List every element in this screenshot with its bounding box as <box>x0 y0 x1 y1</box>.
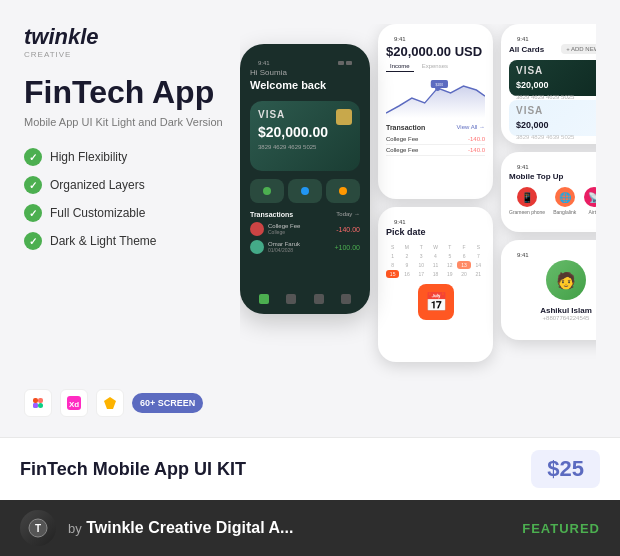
brand-tagline: creative <box>24 50 224 59</box>
action-buttons <box>250 179 360 203</box>
svg-text:T: T <box>35 523 41 534</box>
xd-icon: Xd <box>60 389 88 417</box>
trans-row-2: College Fee -140.0 <box>386 145 485 156</box>
check-icon-4 <box>24 232 42 250</box>
topup-icons: 📱 Grameen phone 🌐 Banglalink <box>509 187 596 215</box>
feature-item-2: Organized Layers <box>24 176 224 194</box>
svg-marker-7 <box>104 397 116 409</box>
transactions-section: Transactions Today → College Fee College <box>250 211 360 254</box>
visa-chip <box>336 109 352 125</box>
phone-mockup-5: 9:41 Mobile Top Up 📱 Grameen phone 🌐 <box>501 152 596 232</box>
card-item-1: VISA $20,000 3829 4629 4629 5025 <box>509 60 596 96</box>
trans-avatar-2 <box>250 240 264 254</box>
trans-item-1: College Fee College -140.00 <box>250 222 360 236</box>
svg-rect-1 <box>38 398 43 403</box>
profile-phone: +8807764224545 <box>509 315 596 321</box>
preview-area: twinkle creative FinTech App Mobile App … <box>0 0 620 437</box>
status-bar-1: 9:41 <box>250 56 360 68</box>
phone-mockup-2: 9:41 $20,000.00 USD Income Expenses <box>378 24 493 199</box>
visa-card: VISA $20,000.00 3829 4629 4629 5025 <box>250 101 360 171</box>
card-item-2: VISA $20,000 3829 4829 4639 5025 <box>509 100 596 136</box>
author-text: by Twinkle Creative Digital A... <box>68 519 293 537</box>
footer-title: FinTech Mobile App UI KIT <box>20 459 246 480</box>
profile-name: Ashikul Islam <box>509 306 596 315</box>
calendar-icon: 📅 <box>418 284 454 320</box>
brand-logo: twinkle creative <box>24 24 224 59</box>
phone-mockup-3: 9:41 Pick date SMTWTFS 1234567 891011121… <box>378 207 493 362</box>
trans-item-2: Omar Faruk 01/04/2028 +100.00 <box>250 240 360 254</box>
phone-welcome: Welcome back <box>250 79 360 91</box>
svg-rect-4 <box>33 403 38 408</box>
footer-area: FinTech Mobile App UI KIT $25 <box>0 437 620 500</box>
phones-right: 9:41 All Cards + ADD NEW CARD VISA $20,0… <box>501 24 596 340</box>
author-avatar: T <box>20 510 56 546</box>
svg-text:$200: $200 <box>436 83 444 87</box>
phone-greeting: Hi Soumia <box>250 68 360 77</box>
screen-count-badge[interactable]: 60+ SCREEN <box>132 393 203 413</box>
check-icon-1 <box>24 148 42 166</box>
feature-item-4: Dark & Light Theme <box>24 232 224 250</box>
phone-mockup-6: 9:41 🧑 Ashikul Islam +8807764224545 <box>501 240 596 340</box>
visa-number: 3829 4629 4629 5025 <box>258 144 352 150</box>
check-icon-2 <box>24 176 42 194</box>
brand-section: twinkle creative FinTech App Mobile App … <box>24 24 224 270</box>
pick-date-title: Pick date <box>386 227 485 237</box>
brand-name: twinkle <box>24 24 224 50</box>
svg-point-3 <box>38 403 43 408</box>
featured-badge: FEATURED <box>522 521 600 536</box>
product-title: FinTech App <box>24 75 224 110</box>
phone-mockup-4: 9:41 All Cards + ADD NEW CARD VISA $20,0… <box>501 24 596 144</box>
bottom-bar: T by Twinkle Creative Digital A... FEATU… <box>0 500 620 556</box>
phone-bottom-nav <box>240 294 370 304</box>
product-subtitle: Mobile App UI Kit Light and Dark Version <box>24 116 224 128</box>
phone-mockup-1: 9:41 Hi Soumia Welcome back VISA $20,000… <box>240 44 370 314</box>
tools-row: Xd 60+ SCREEN <box>24 389 224 417</box>
card-container: twinkle creative FinTech App Mobile App … <box>0 0 620 556</box>
feature-item-1: High Flexibility <box>24 148 224 166</box>
trans-row-1: College Fee -140.0 <box>386 134 485 145</box>
check-icon-3 <box>24 204 42 222</box>
footer-price[interactable]: $25 <box>531 450 600 488</box>
trans-list-2: Transaction View All → College Fee -140.… <box>386 124 485 156</box>
trans-avatar-1 <box>250 222 264 236</box>
feature-item-3: Full Customizable <box>24 204 224 222</box>
phones-middle: 9:41 $20,000.00 USD Income Expenses <box>378 24 493 362</box>
left-panel: twinkle creative FinTech App Mobile App … <box>24 24 224 417</box>
phones-area: 9:41 Hi Soumia Welcome back VISA $20,000… <box>240 24 596 417</box>
svg-rect-0 <box>33 398 38 403</box>
features-list: High Flexibility Organized Layers Full C… <box>24 148 224 250</box>
figma-icon <box>24 389 52 417</box>
visa-amount: $20,000.00 <box>258 124 352 140</box>
chart-area: $200 <box>386 78 485 118</box>
profile-avatar: 🧑 <box>546 260 586 300</box>
svg-text:Xd: Xd <box>69 400 79 409</box>
sketch-icon <box>96 389 124 417</box>
calendar-grid: SMTWTFS 1234567 891011121314 15161718192… <box>386 243 485 278</box>
